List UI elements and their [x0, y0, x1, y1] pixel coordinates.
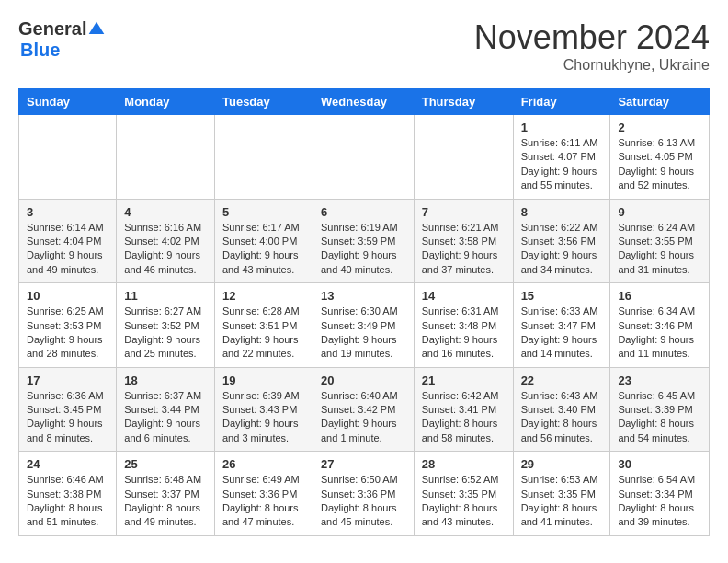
day-info: Sunrise: 6:27 AM Sunset: 3:52 PM Dayligh…	[124, 304, 207, 362]
table-row: 15Sunrise: 6:33 AM Sunset: 3:47 PM Dayli…	[513, 283, 610, 368]
calendar-week-1: 3Sunrise: 6:14 AM Sunset: 4:04 PM Daylig…	[19, 199, 710, 283]
weekday-header-row: Sunday Monday Tuesday Wednesday Thursday…	[19, 89, 710, 115]
day-number: 4	[124, 205, 207, 219]
day-info: Sunrise: 6:13 AM Sunset: 4:05 PM Dayligh…	[618, 136, 701, 193]
header-friday: Friday	[513, 89, 610, 115]
table-row	[19, 115, 117, 200]
header-saturday: Saturday	[610, 89, 710, 115]
logo-general: General	[18, 18, 86, 40]
table-row: 24Sunrise: 6:46 AM Sunset: 3:38 PM Dayli…	[19, 452, 117, 536]
table-row	[414, 115, 513, 200]
table-row: 4Sunrise: 6:16 AM Sunset: 4:02 PM Daylig…	[117, 199, 215, 283]
table-row: 21Sunrise: 6:42 AM Sunset: 3:41 PM Dayli…	[414, 367, 513, 452]
table-row: 3Sunrise: 6:14 AM Sunset: 4:04 PM Daylig…	[19, 199, 117, 283]
day-number: 29	[521, 457, 603, 471]
table-row: 16Sunrise: 6:34 AM Sunset: 3:46 PM Dayli…	[610, 283, 710, 368]
header-sunday: Sunday	[19, 89, 117, 115]
day-number: 23	[618, 373, 701, 387]
day-info: Sunrise: 6:39 AM Sunset: 3:43 PM Dayligh…	[222, 389, 305, 446]
calendar-week-3: 17Sunrise: 6:36 AM Sunset: 3:45 PM Dayli…	[19, 367, 710, 452]
table-row: 5Sunrise: 6:17 AM Sunset: 4:00 PM Daylig…	[214, 199, 313, 283]
day-info: Sunrise: 6:25 AM Sunset: 3:53 PM Dayligh…	[27, 304, 108, 362]
day-number: 9	[618, 205, 701, 219]
day-number: 27	[321, 457, 406, 471]
day-number: 18	[124, 373, 207, 387]
day-info: Sunrise: 6:11 AM Sunset: 4:07 PM Dayligh…	[521, 136, 603, 193]
table-row: 12Sunrise: 6:28 AM Sunset: 3:51 PM Dayli…	[214, 283, 313, 368]
table-row: 14Sunrise: 6:31 AM Sunset: 3:48 PM Dayli…	[414, 283, 513, 368]
day-number: 12	[222, 289, 305, 303]
logo: General Blue	[18, 18, 107, 61]
day-info: Sunrise: 6:54 AM Sunset: 3:34 PM Dayligh…	[618, 473, 701, 530]
table-row: 18Sunrise: 6:37 AM Sunset: 3:44 PM Dayli…	[117, 367, 215, 452]
day-info: Sunrise: 6:14 AM Sunset: 4:04 PM Dayligh…	[27, 221, 108, 278]
day-info: Sunrise: 6:45 AM Sunset: 3:39 PM Dayligh…	[618, 389, 701, 446]
day-info: Sunrise: 6:33 AM Sunset: 3:47 PM Dayligh…	[521, 304, 603, 362]
header-thursday: Thursday	[414, 89, 513, 115]
day-number: 15	[521, 289, 603, 303]
table-row: 25Sunrise: 6:48 AM Sunset: 3:37 PM Dayli…	[117, 452, 215, 536]
day-info: Sunrise: 6:28 AM Sunset: 3:51 PM Dayligh…	[222, 304, 305, 362]
day-info: Sunrise: 6:48 AM Sunset: 3:37 PM Dayligh…	[124, 473, 207, 530]
day-number: 6	[321, 205, 406, 219]
table-row: 7Sunrise: 6:21 AM Sunset: 3:58 PM Daylig…	[414, 199, 513, 283]
calendar-week-0: 1Sunrise: 6:11 AM Sunset: 4:07 PM Daylig…	[19, 115, 710, 200]
day-info: Sunrise: 6:16 AM Sunset: 4:02 PM Dayligh…	[124, 221, 207, 278]
logo-blue: Blue	[20, 40, 60, 60]
table-row: 19Sunrise: 6:39 AM Sunset: 3:43 PM Dayli…	[214, 367, 313, 452]
table-row: 1Sunrise: 6:11 AM Sunset: 4:07 PM Daylig…	[513, 115, 610, 200]
day-info: Sunrise: 6:40 AM Sunset: 3:42 PM Dayligh…	[321, 389, 406, 446]
day-number: 24	[27, 457, 108, 471]
day-number: 25	[124, 457, 207, 471]
day-info: Sunrise: 6:42 AM Sunset: 3:41 PM Dayligh…	[422, 389, 506, 446]
day-info: Sunrise: 6:53 AM Sunset: 3:35 PM Dayligh…	[521, 473, 603, 530]
table-row	[313, 115, 414, 200]
day-number: 7	[422, 205, 506, 219]
header: General Blue November 2024 Chornukhyne, …	[18, 18, 710, 74]
day-number: 10	[27, 289, 108, 303]
table-row: 13Sunrise: 6:30 AM Sunset: 3:49 PM Dayli…	[313, 283, 414, 368]
day-info: Sunrise: 6:17 AM Sunset: 4:00 PM Dayligh…	[222, 221, 305, 278]
calendar-week-2: 10Sunrise: 6:25 AM Sunset: 3:53 PM Dayli…	[19, 283, 710, 368]
calendar-table: Sunday Monday Tuesday Wednesday Thursday…	[18, 88, 710, 536]
day-info: Sunrise: 6:37 AM Sunset: 3:44 PM Dayligh…	[124, 389, 207, 446]
calendar-week-4: 24Sunrise: 6:46 AM Sunset: 3:38 PM Dayli…	[19, 452, 710, 536]
day-info: Sunrise: 6:50 AM Sunset: 3:36 PM Dayligh…	[321, 473, 406, 530]
day-number: 14	[422, 289, 506, 303]
day-number: 21	[422, 373, 506, 387]
header-monday: Monday	[117, 89, 215, 115]
day-info: Sunrise: 6:49 AM Sunset: 3:36 PM Dayligh…	[222, 473, 305, 530]
table-row: 27Sunrise: 6:50 AM Sunset: 3:36 PM Dayli…	[313, 452, 414, 536]
table-row: 6Sunrise: 6:19 AM Sunset: 3:59 PM Daylig…	[313, 199, 414, 283]
table-row: 26Sunrise: 6:49 AM Sunset: 3:36 PM Dayli…	[214, 452, 313, 536]
day-number: 20	[321, 373, 406, 387]
table-row: 22Sunrise: 6:43 AM Sunset: 3:40 PM Dayli…	[513, 367, 610, 452]
day-info: Sunrise: 6:31 AM Sunset: 3:48 PM Dayligh…	[422, 304, 506, 362]
day-number: 28	[422, 457, 506, 471]
day-number: 11	[124, 289, 207, 303]
day-number: 30	[618, 457, 701, 471]
day-number: 19	[222, 373, 305, 387]
day-number: 5	[222, 205, 305, 219]
svg-marker-0	[89, 21, 105, 33]
table-row: 20Sunrise: 6:40 AM Sunset: 3:42 PM Dayli…	[313, 367, 414, 452]
day-info: Sunrise: 6:34 AM Sunset: 3:46 PM Dayligh…	[618, 304, 701, 362]
day-info: Sunrise: 6:24 AM Sunset: 3:55 PM Dayligh…	[618, 221, 701, 278]
table-row: 30Sunrise: 6:54 AM Sunset: 3:34 PM Dayli…	[610, 452, 710, 536]
table-row: 17Sunrise: 6:36 AM Sunset: 3:45 PM Dayli…	[19, 367, 117, 452]
title-block: November 2024 Chornukhyne, Ukraine	[474, 18, 710, 74]
table-row: 23Sunrise: 6:45 AM Sunset: 3:39 PM Dayli…	[610, 367, 710, 452]
table-row: 9Sunrise: 6:24 AM Sunset: 3:55 PM Daylig…	[610, 199, 710, 283]
table-row	[117, 115, 215, 200]
table-row: 10Sunrise: 6:25 AM Sunset: 3:53 PM Dayli…	[19, 283, 117, 368]
table-row: 11Sunrise: 6:27 AM Sunset: 3:52 PM Dayli…	[117, 283, 215, 368]
day-info: Sunrise: 6:43 AM Sunset: 3:40 PM Dayligh…	[521, 389, 603, 446]
day-info: Sunrise: 6:36 AM Sunset: 3:45 PM Dayligh…	[27, 389, 108, 446]
location: Chornukhyne, Ukraine	[474, 57, 710, 74]
day-number: 13	[321, 289, 406, 303]
day-number: 17	[27, 373, 108, 387]
day-number: 1	[521, 121, 603, 134]
day-number: 8	[521, 205, 603, 219]
table-row: 29Sunrise: 6:53 AM Sunset: 3:35 PM Dayli…	[513, 452, 610, 536]
header-wednesday: Wednesday	[313, 89, 414, 115]
